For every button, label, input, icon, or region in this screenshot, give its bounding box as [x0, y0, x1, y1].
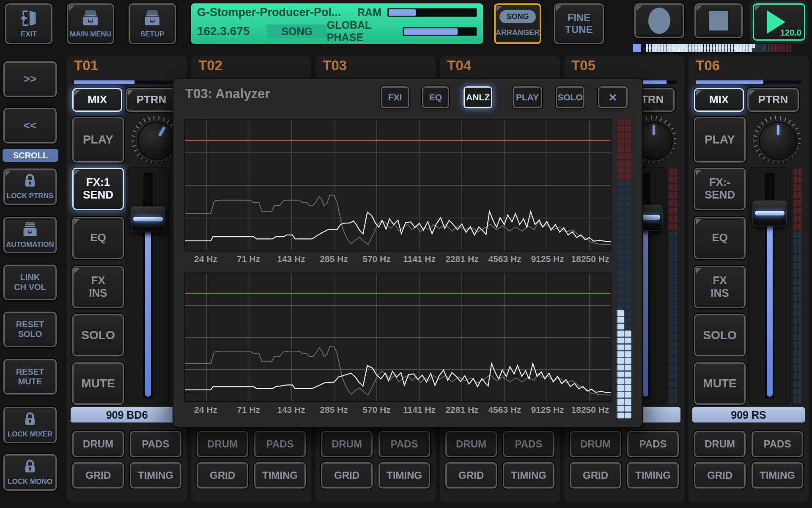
ptrn-button[interactable]: PTRN [126, 88, 177, 112]
lock-icon [22, 411, 38, 428]
drum-button[interactable]: DRUM [321, 431, 373, 457]
track-title: T03 [323, 58, 347, 74]
automation-button[interactable]: AUTOMATION [3, 217, 57, 253]
corner-fold [497, 6, 502, 11]
grid-button[interactable]: GRID [72, 462, 124, 489]
fx-send-button[interactable]: FX:1SEND [72, 168, 124, 210]
eq-button[interactable]: EQ [694, 217, 746, 259]
grid-button[interactable]: GRID [197, 462, 248, 489]
fader-fill [145, 230, 151, 397]
lock-mixer-button[interactable]: LOCK MIXER [3, 407, 57, 443]
main-menu-label: MAIN MENU [70, 30, 111, 39]
pads-button[interactable]: PADS [752, 431, 803, 457]
grid-button[interactable]: GRID [570, 462, 621, 489]
timing-button[interactable]: TIMING [254, 462, 306, 489]
timing-button[interactable]: TIMING [379, 462, 430, 489]
stop-button[interactable] [694, 3, 743, 38]
sound-name-chip[interactable]: 909 RS [692, 407, 805, 422]
fader-fill [642, 228, 648, 397]
pads-button[interactable]: PADS [627, 431, 679, 457]
track-title: T04 [447, 58, 471, 74]
song-position: 162.3.675 [197, 25, 257, 38]
track-title: T02 [198, 58, 222, 74]
mute-button[interactable]: MUTE [72, 362, 124, 405]
corner-fold [696, 268, 702, 273]
reset-solo-button[interactable]: RESET SOLO [3, 312, 57, 347]
setup-button[interactable]: SETUP [129, 3, 176, 44]
mode-badge: SONG [267, 25, 326, 39]
record-button[interactable] [634, 3, 684, 38]
project-name: G-Stomper-Producer-Pol... [197, 6, 341, 19]
track-play-button[interactable]: PLAY [694, 117, 746, 163]
drum-button[interactable]: DRUM [570, 431, 621, 457]
scroll-label: SCROLL [3, 149, 58, 162]
corner-fold [74, 268, 80, 273]
timing-button[interactable]: TIMING [752, 462, 803, 489]
volume-knob-pointer [777, 125, 779, 135]
timing-button[interactable]: TIMING [130, 462, 181, 489]
pads-button[interactable]: PADS [130, 431, 181, 457]
drum-button[interactable]: DRUM [694, 431, 746, 457]
dialog-close-button[interactable]: ✕ [598, 86, 628, 108]
exit-button[interactable]: EXIT [5, 3, 52, 44]
corner-fold [128, 90, 133, 96]
drum-button[interactable]: DRUM [72, 431, 124, 457]
transport-meter-cursor [633, 44, 641, 52]
volume-knob[interactable] [131, 115, 180, 164]
solo-button[interactable]: SOLO [72, 314, 124, 356]
song-arranger-button[interactable]: SONG ARRANGER [494, 3, 541, 44]
drum-button[interactable]: DRUM [445, 431, 497, 457]
lock-patterns-button[interactable]: LOCK PTRNS [3, 168, 57, 205]
dialog-fxi-tab[interactable]: FXI [381, 86, 409, 108]
freq-label: 9125 Hz [531, 405, 564, 415]
ptrn-button[interactable]: PTRN [747, 88, 799, 112]
fx-insert-button[interactable]: FXINS [694, 266, 746, 308]
freq-label: 570 Hz [362, 254, 391, 264]
corner-fold [69, 6, 74, 11]
volume-knob[interactable] [752, 115, 801, 164]
reset-mute-button[interactable]: RESET MUTE [3, 359, 57, 395]
pads-button[interactable]: PADS [379, 431, 430, 457]
freq-label: 4563 Hz [488, 254, 521, 264]
timing-button[interactable]: TIMING [503, 462, 554, 489]
sound-name-chip[interactable]: 909 BD6 [71, 407, 183, 422]
track-pattern-progress [696, 80, 801, 84]
fx-insert-button[interactable]: FXINS [72, 266, 124, 308]
fader-handle[interactable] [131, 206, 165, 232]
dialog-eq-tab[interactable]: EQ [422, 86, 449, 108]
lock-mono-button[interactable]: LOCK MONO [3, 454, 57, 491]
scroll-right-button[interactable]: >> [3, 61, 57, 97]
dialog-play-button[interactable]: PLAY [513, 86, 542, 108]
song-display[interactable]: G-Stomper-Producer-Pol... RAM 162.3.675 … [191, 3, 483, 44]
volume-fader[interactable] [126, 167, 170, 404]
mix-button[interactable]: MIX [694, 88, 744, 112]
close-icon: ✕ [609, 91, 617, 104]
pads-button[interactable]: PADS [503, 431, 554, 457]
volume-fader[interactable] [748, 167, 791, 404]
scroll-left-button[interactable]: << [3, 108, 57, 144]
fader-handle[interactable] [752, 200, 787, 226]
mix-button[interactable]: MIX [72, 88, 122, 112]
timing-button[interactable]: TIMING [627, 462, 679, 489]
grid-button[interactable]: GRID [445, 462, 497, 489]
grid-button[interactable]: GRID [694, 462, 746, 489]
corner-fold [697, 6, 702, 11]
corner-fold [636, 6, 642, 11]
corner-fold [696, 90, 702, 96]
eq-button[interactable]: EQ [72, 217, 124, 259]
link-channel-volume-button[interactable]: LINK CH VOL [3, 265, 57, 300]
main-menu-button[interactable]: MAIN MENU [67, 3, 114, 44]
track-play-button[interactable]: PLAY [72, 117, 124, 163]
play-button[interactable]: 120.0 [753, 3, 805, 41]
dialog-solo-button[interactable]: SOLO [556, 86, 584, 108]
drum-button[interactable]: DRUM [197, 431, 248, 457]
freq-label: 18250 Hz [571, 254, 609, 264]
pads-button[interactable]: PADS [254, 431, 306, 457]
grid-button[interactable]: GRID [321, 462, 373, 489]
fx-send-button[interactable]: FX:-SEND [694, 168, 746, 210]
mute-button[interactable]: MUTE [694, 362, 746, 405]
solo-button[interactable]: SOLO [694, 314, 746, 356]
fine-tune-button[interactable]: FINE TUNE [554, 3, 604, 44]
track-channel-strip: T01 MIX PTRN PLAY FX:1SEND EQ FXINS SOLO… [66, 55, 187, 503]
dialog-analyzer-tab[interactable]: ANLZ [464, 86, 492, 108]
